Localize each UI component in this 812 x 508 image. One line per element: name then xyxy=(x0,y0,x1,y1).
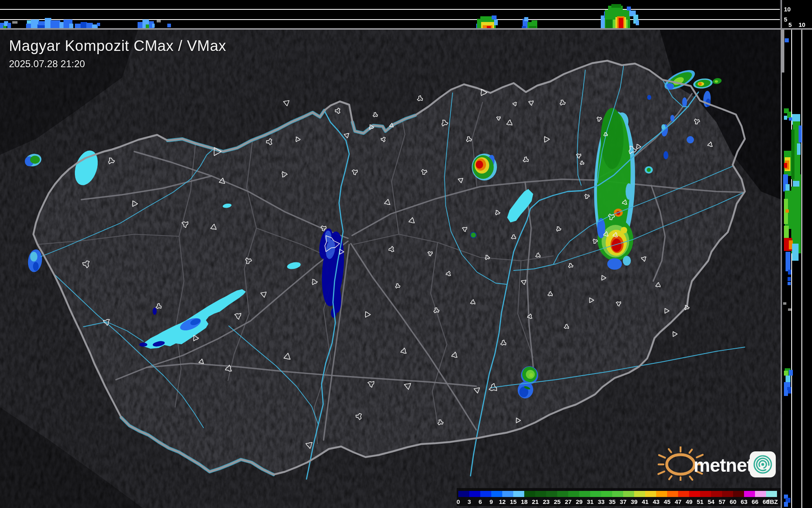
height-label-5km: 5 xyxy=(784,16,787,23)
colorbar-cell xyxy=(612,491,623,497)
colorbar-cell xyxy=(546,491,557,497)
top-strip-gridline xyxy=(0,9,780,10)
colorbar-cell xyxy=(601,491,612,497)
colorbar-cell xyxy=(678,491,689,497)
colorbar-tick: 39 xyxy=(631,498,638,505)
colorbar-cells xyxy=(458,491,777,497)
colorbar-tick: 15 xyxy=(510,498,517,505)
colorbar-tick: 43 xyxy=(653,498,660,505)
colorbar-cell xyxy=(480,491,491,497)
colorbar-cell xyxy=(645,491,656,497)
right-strip-gridline xyxy=(791,28,792,508)
colorbar-tick: 51 xyxy=(697,498,704,505)
vmax-right-profile-strip xyxy=(782,28,812,508)
colorbar-tick: 37 xyxy=(620,498,627,505)
spiral-app-icon xyxy=(750,451,776,477)
colorbar-cell xyxy=(656,491,667,497)
timestamp: 2025.07.28 21:20 xyxy=(9,58,226,70)
vmax-corner-axis-box xyxy=(782,0,812,28)
colorbar-tick: 41 xyxy=(642,498,649,505)
colorbar-cell xyxy=(557,491,568,497)
colorbar-cell xyxy=(579,491,590,497)
colorbar-cell xyxy=(502,491,513,497)
colorbar-cell xyxy=(458,491,469,497)
height-label-5km: 5 xyxy=(788,21,792,28)
horizontal-separator xyxy=(0,28,812,30)
colorbar-tick: 21 xyxy=(532,498,539,505)
colorbar-tick: 0 xyxy=(457,498,460,505)
colorbar-tick: 57 xyxy=(719,498,726,505)
right-strip-gridline xyxy=(801,28,802,508)
height-label-10km: 10 xyxy=(784,6,791,13)
radar-composite-app: 105510 Magyar Kompozit CMax / VMax 2025.… xyxy=(0,0,812,508)
colorbar-tick: 29 xyxy=(576,498,583,505)
colorbar-tick: 18 xyxy=(521,498,528,505)
metnet-wordmark: metnet xyxy=(694,455,753,476)
colorbar-unit-label: dBZ xyxy=(766,498,778,505)
colorbar-tick: 9 xyxy=(490,498,493,505)
colorbar-tick: 12 xyxy=(499,498,506,505)
vertical-separator xyxy=(781,0,782,508)
colorbar-cell xyxy=(469,491,480,497)
height-label-10km: 10 xyxy=(799,21,805,28)
colorbar-tick: 63 xyxy=(741,498,748,505)
title-block: Magyar Kompozit CMax / VMax 2025.07.28 2… xyxy=(9,37,226,70)
colorbar-cell xyxy=(568,491,579,497)
colorbar-tick: 66 xyxy=(752,498,759,505)
metnet-logo: metnet xyxy=(654,446,781,481)
colorbar-tick: 31 xyxy=(587,498,594,505)
colorbar-cell xyxy=(722,491,733,497)
vertical-separator-thick xyxy=(781,30,784,73)
colorbar-cell xyxy=(766,491,777,497)
map-canvas xyxy=(0,0,812,508)
colorbar-cell xyxy=(755,491,766,497)
colorbar-cell xyxy=(744,491,755,497)
colorbar-tick: 49 xyxy=(686,498,693,505)
colorbar-tick: 54 xyxy=(708,498,715,505)
colorbar-tick: 23 xyxy=(543,498,550,505)
colorbar-tick: 27 xyxy=(565,498,572,505)
page-title: Magyar Kompozit CMax / VMax xyxy=(9,37,226,55)
colorbar-cell xyxy=(535,491,546,497)
colorbar-cell xyxy=(711,491,722,497)
colorbar-cell xyxy=(623,491,634,497)
colorbar-cell xyxy=(733,491,744,497)
colorbar-cell xyxy=(491,491,502,497)
colorbar-tick: 3 xyxy=(468,498,471,505)
colorbar-cell xyxy=(524,491,535,497)
colorbar-cell xyxy=(667,491,678,497)
colorbar-tick: 6 xyxy=(479,498,482,505)
vmax-top-profile-strip xyxy=(0,0,780,28)
colorbar-cell xyxy=(689,491,700,497)
colorbar-cell xyxy=(700,491,711,497)
colorbar-tick: 45 xyxy=(664,498,671,505)
colorbar-tick: 25 xyxy=(554,498,561,505)
colorbar-tick: 47 xyxy=(675,498,682,505)
colorbar-cell xyxy=(634,491,645,497)
colorbar-tick: 35 xyxy=(609,498,616,505)
dbz-colorbar: 0369121518212325272931333537394143454749… xyxy=(457,488,781,506)
top-strip-gridline xyxy=(0,19,780,20)
colorbar-cell xyxy=(590,491,601,497)
colorbar-cell xyxy=(513,491,524,497)
colorbar-tick: 33 xyxy=(598,498,605,505)
colorbar-tick: 60 xyxy=(730,498,737,505)
